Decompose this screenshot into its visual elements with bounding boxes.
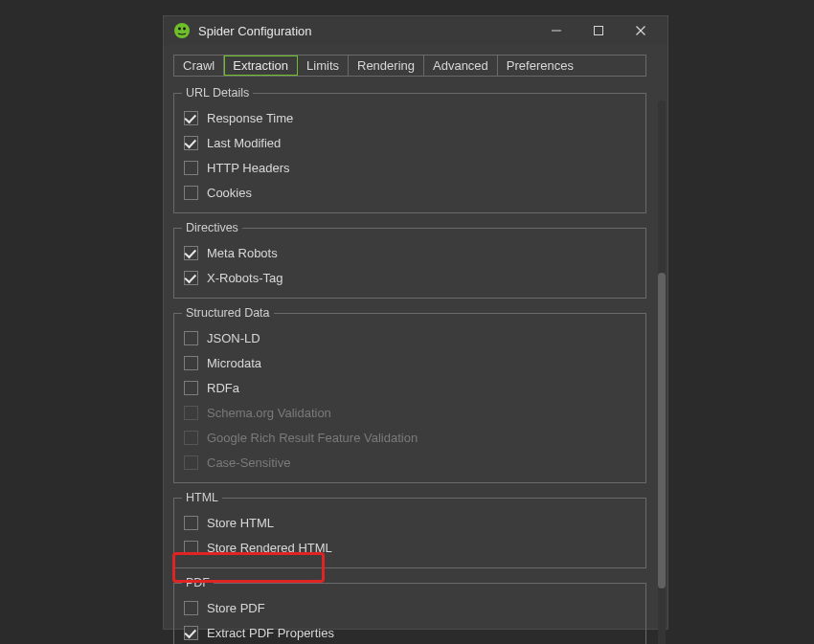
- checkbox[interactable]: [184, 356, 198, 370]
- tab-preferences[interactable]: Preferences: [498, 56, 582, 76]
- group-url-details: URL Details Response Time Last Modified …: [173, 86, 646, 213]
- dialog-body: Crawl Extraction Limits Rendering Advanc…: [164, 45, 667, 644]
- option-extract-pdf-properties[interactable]: Extract PDF Properties: [182, 620, 638, 644]
- checkbox[interactable]: [184, 136, 198, 150]
- tab-advanced[interactable]: Advanced: [424, 56, 498, 76]
- option-json-ld[interactable]: JSON-LD: [182, 325, 638, 350]
- tab-rendering[interactable]: Rendering: [349, 56, 424, 76]
- app-icon: [173, 22, 191, 39]
- checkbox-label: Microdata: [207, 356, 261, 370]
- close-button[interactable]: [620, 16, 662, 45]
- checkbox-label: RDFa: [207, 381, 239, 395]
- option-x-robots-tag[interactable]: X-Robots-Tag: [182, 265, 638, 290]
- window-controls: [535, 16, 662, 45]
- checkbox[interactable]: [184, 161, 198, 175]
- checkbox[interactable]: [184, 111, 198, 125]
- option-rdfa[interactable]: RDFa: [182, 375, 638, 400]
- tab-limits[interactable]: Limits: [298, 56, 349, 76]
- checkbox[interactable]: [184, 601, 198, 615]
- checkbox[interactable]: [184, 271, 198, 285]
- checkbox-label: Case-Sensitive: [207, 455, 290, 470]
- group-legend: Directives: [182, 221, 242, 234]
- tab-extraction[interactable]: Extraction: [224, 56, 298, 76]
- checkbox: [184, 431, 198, 445]
- minimize-button[interactable]: [535, 16, 577, 45]
- group-legend: PDF: [182, 576, 214, 589]
- option-store-rendered-html[interactable]: Store Rendered HTML: [182, 535, 638, 560]
- window-title: Spider Configuration: [198, 24, 535, 38]
- group-legend: Structured Data: [182, 306, 274, 320]
- group-pdf: PDF Store PDF Extract PDF Properties: [173, 576, 646, 644]
- option-meta-robots[interactable]: Meta Robots: [182, 240, 638, 265]
- option-microdata[interactable]: Microdata: [182, 350, 638, 375]
- checkbox-label: Response Time: [207, 111, 293, 125]
- svg-point-0: [174, 23, 190, 38]
- checkbox-label: JSON-LD: [207, 331, 260, 345]
- checkbox-label: X-Robots-Tag: [207, 271, 283, 285]
- group-legend: URL Details: [182, 86, 253, 100]
- checkbox[interactable]: [184, 186, 198, 200]
- checkbox-label: Store HTML: [207, 516, 274, 530]
- checkbox-label: Extract PDF Properties: [207, 626, 334, 640]
- group-directives: Directives Meta Robots X-Robots-Tag: [173, 221, 646, 299]
- checkbox-label: Meta Robots: [207, 246, 278, 260]
- checkbox-label: Store PDF: [207, 601, 265, 615]
- group-legend: HTML: [182, 491, 222, 504]
- checkbox-label: Cookies: [207, 186, 252, 200]
- option-store-pdf[interactable]: Store PDF: [182, 595, 638, 620]
- group-structured-data: Structured Data JSON-LD Microdata RDFa S…: [173, 306, 646, 483]
- checkbox[interactable]: [184, 541, 198, 555]
- scrollbar[interactable]: [654, 100, 667, 644]
- dialog-window: Spider Configuration Crawl Extraction Li…: [163, 15, 668, 630]
- checkbox-label: Schema.org Validation: [207, 406, 331, 420]
- option-http-headers[interactable]: HTTP Headers: [182, 155, 638, 180]
- checkbox-label: HTTP Headers: [207, 161, 289, 175]
- checkbox-label: Last Modified: [207, 136, 281, 150]
- content-area: URL Details Response Time Last Modified …: [173, 80, 660, 644]
- option-cookies[interactable]: Cookies: [182, 180, 638, 205]
- group-html: HTML Store HTML Store Rendered HTML: [173, 491, 646, 568]
- scrollbar-thumb[interactable]: [658, 273, 666, 588]
- option-last-modified[interactable]: Last Modified: [182, 130, 638, 155]
- svg-rect-4: [595, 27, 603, 35]
- checkbox[interactable]: [184, 516, 198, 530]
- option-response-time[interactable]: Response Time: [182, 105, 638, 130]
- titlebar: Spider Configuration: [164, 16, 667, 45]
- tab-crawl[interactable]: Crawl: [174, 56, 224, 76]
- checkbox[interactable]: [184, 381, 198, 395]
- option-schema-org-validation: Schema.org Validation: [182, 400, 638, 425]
- svg-point-2: [183, 28, 186, 31]
- checkbox[interactable]: [184, 331, 198, 345]
- svg-point-1: [178, 28, 181, 31]
- option-case-sensitive: Case-Sensitive: [182, 450, 638, 475]
- checkbox[interactable]: [184, 246, 198, 260]
- option-google-rich-result: Google Rich Result Feature Validation: [182, 425, 638, 450]
- checkbox: [184, 406, 198, 420]
- checkbox[interactable]: [184, 626, 198, 640]
- option-store-html[interactable]: Store HTML: [182, 510, 638, 535]
- checkbox-label: Store Rendered HTML: [207, 541, 332, 555]
- checkbox: [184, 455, 198, 470]
- checkbox-label: Google Rich Result Feature Validation: [207, 431, 418, 445]
- maximize-button[interactable]: [577, 16, 620, 45]
- tab-bar: Crawl Extraction Limits Rendering Advanc…: [173, 55, 646, 77]
